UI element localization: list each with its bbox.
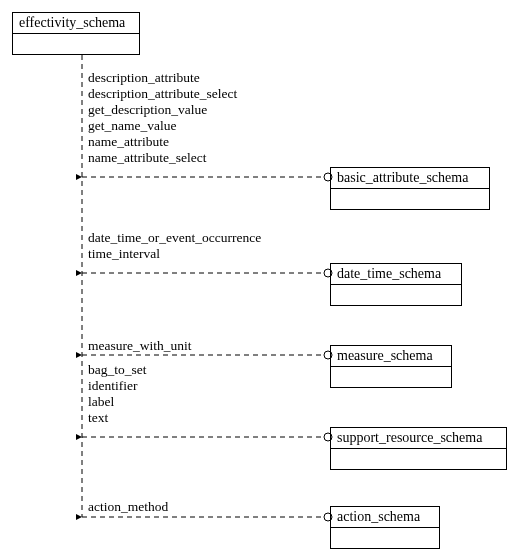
connector-action [82, 513, 332, 521]
connector-datetime [82, 269, 332, 277]
connector-support [82, 433, 332, 441]
svg-point-1 [324, 173, 332, 181]
connector-basic [82, 173, 332, 181]
svg-point-5 [324, 351, 332, 359]
connector-measure [82, 351, 332, 359]
svg-point-3 [324, 269, 332, 277]
svg-point-9 [324, 513, 332, 521]
connectors-svg [0, 0, 520, 558]
svg-point-7 [324, 433, 332, 441]
